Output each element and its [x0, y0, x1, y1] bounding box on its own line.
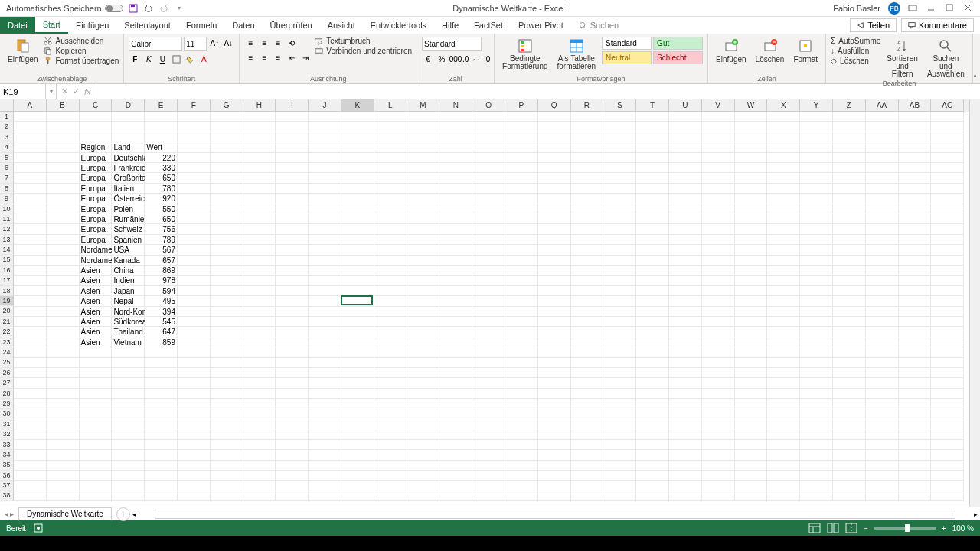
cell[interactable]: [931, 173, 964, 183]
cell[interactable]: [47, 286, 80, 296]
cell[interactable]: [47, 204, 80, 214]
cell[interactable]: [309, 481, 341, 491]
cell[interactable]: [767, 204, 800, 214]
cell[interactable]: [211, 296, 243, 306]
cell[interactable]: [243, 378, 276, 388]
cell[interactable]: [538, 368, 571, 378]
cell[interactable]: [505, 112, 538, 122]
cell[interactable]: [767, 440, 800, 450]
cell[interactable]: [636, 163, 669, 173]
column-header[interactable]: Q: [538, 99, 571, 112]
cell[interactable]: [341, 461, 374, 471]
cell[interactable]: [407, 163, 440, 173]
cell[interactable]: [603, 132, 636, 142]
percent-icon[interactable]: %: [436, 53, 448, 65]
cell[interactable]: [669, 224, 702, 234]
cell[interactable]: [309, 327, 341, 337]
cell[interactable]: [899, 245, 932, 255]
cell[interactable]: [571, 204, 604, 214]
cell[interactable]: [341, 347, 374, 357]
cell[interactable]: [899, 317, 932, 327]
cell[interactable]: [276, 163, 309, 173]
cell[interactable]: [702, 471, 735, 481]
cell[interactable]: [309, 419, 341, 429]
cell[interactable]: [767, 224, 800, 234]
cell[interactable]: [603, 389, 636, 399]
data-cell[interactable]: Asien: [80, 317, 113, 327]
zoom-in-icon[interactable]: +: [942, 524, 946, 533]
cell[interactable]: [636, 286, 669, 296]
data-cell[interactable]: Rumänien: [112, 214, 145, 224]
cell[interactable]: [931, 276, 964, 285]
cell[interactable]: [767, 163, 800, 173]
cell[interactable]: [14, 204, 47, 214]
cell[interactable]: [931, 286, 964, 296]
cell[interactable]: [407, 409, 440, 419]
cell[interactable]: [178, 307, 211, 317]
cell[interactable]: [505, 142, 538, 152]
cell[interactable]: [112, 429, 145, 439]
cell[interactable]: [505, 471, 538, 481]
cell[interactable]: [931, 112, 964, 122]
cell[interactable]: [538, 184, 571, 194]
cancel-formula-icon[interactable]: ✕: [61, 86, 68, 96]
cell[interactable]: [603, 204, 636, 214]
cell[interactable]: [178, 409, 211, 419]
cell[interactable]: [603, 327, 636, 337]
cell[interactable]: [702, 429, 735, 439]
share-button[interactable]: Teilen: [850, 18, 897, 32]
cell[interactable]: [538, 419, 571, 429]
cell[interactable]: [407, 235, 440, 245]
tab-insert[interactable]: Einfügen: [68, 17, 116, 34]
row-header[interactable]: 37: [0, 481, 14, 491]
cell[interactable]: [407, 389, 440, 399]
cell[interactable]: [407, 337, 440, 347]
conditional-formatting-button[interactable]: Bedingte Formatierung: [499, 37, 550, 72]
column-header[interactable]: K: [341, 99, 374, 112]
cell[interactable]: [374, 399, 407, 409]
cell[interactable]: [636, 245, 669, 255]
cell[interactable]: [14, 327, 47, 337]
cell[interactable]: [603, 153, 636, 163]
save-icon[interactable]: [128, 3, 139, 14]
cell[interactable]: [439, 256, 472, 266]
cell[interactable]: [243, 276, 276, 285]
cell[interactable]: [14, 173, 47, 183]
style-standard[interactable]: Standard: [602, 37, 652, 50]
cell[interactable]: [374, 419, 407, 429]
cell[interactable]: [735, 429, 768, 439]
cell[interactable]: [309, 153, 341, 163]
cell[interactable]: [833, 440, 866, 450]
sort-filter-button[interactable]: AZSortieren und Filtern: [884, 37, 921, 80]
cell[interactable]: [833, 245, 866, 255]
autosave-toggle[interactable]: Automatisches Speichern: [6, 4, 123, 13]
cell[interactable]: [702, 204, 735, 214]
data-cell[interactable]: 920: [145, 194, 178, 204]
tab-power-pivot[interactable]: Power Pivot: [511, 17, 571, 34]
cell[interactable]: [735, 307, 768, 317]
cell[interactable]: [866, 184, 899, 194]
column-header[interactable]: L: [374, 99, 407, 112]
cell[interactable]: [178, 112, 211, 122]
cell[interactable]: [341, 204, 374, 214]
cell[interactable]: [178, 429, 211, 439]
cell[interactable]: [407, 491, 440, 501]
cell[interactable]: [374, 327, 407, 337]
cell[interactable]: [833, 132, 866, 142]
cell[interactable]: [899, 296, 932, 306]
cell[interactable]: [472, 235, 505, 245]
cell[interactable]: [702, 378, 735, 388]
cell[interactable]: [833, 317, 866, 327]
cell[interactable]: [735, 378, 768, 388]
cell[interactable]: [505, 429, 538, 439]
cell[interactable]: [603, 440, 636, 450]
increase-decimal-icon[interactable]: .0→: [463, 53, 475, 65]
cell[interactable]: [538, 204, 571, 214]
cell[interactable]: [80, 440, 113, 450]
cell[interactable]: [341, 389, 374, 399]
cell[interactable]: [243, 173, 276, 183]
cell[interactable]: [80, 389, 113, 399]
cell[interactable]: [571, 491, 604, 501]
cell[interactable]: [800, 389, 833, 399]
cell[interactable]: [211, 122, 243, 132]
